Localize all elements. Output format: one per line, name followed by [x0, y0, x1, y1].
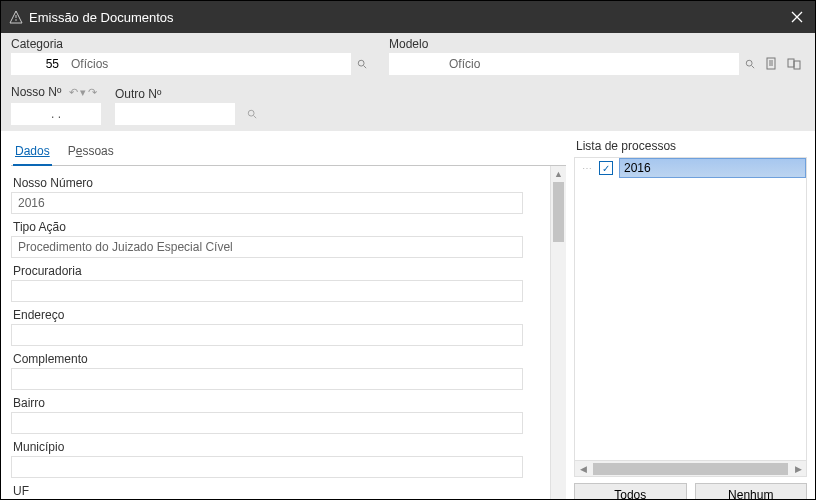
- modelo-code-input[interactable]: [389, 53, 443, 75]
- svg-rect-6: [794, 61, 800, 69]
- list-hscroll[interactable]: ◀ ▶: [575, 460, 806, 476]
- complemento-label: Complemento: [13, 352, 548, 366]
- bairro-label: Bairro: [13, 396, 548, 410]
- modelo-search-button[interactable]: [739, 53, 761, 75]
- modelo-label: Modelo: [389, 37, 805, 51]
- tipo-acao-label: Tipo Ação: [13, 220, 548, 234]
- svg-point-7: [248, 110, 254, 116]
- nosso-numero-field[interactable]: [11, 192, 523, 214]
- svg-point-0: [15, 19, 17, 21]
- hscroll-thumb[interactable]: [593, 463, 788, 475]
- nosso-input[interactable]: [11, 103, 101, 125]
- categoria-label: Categoria: [11, 37, 373, 51]
- endereco-label: Endereço: [13, 308, 548, 322]
- svg-point-3: [746, 60, 752, 66]
- categoria-search-button[interactable]: [351, 53, 373, 75]
- tree-connector-icon: ⋯: [575, 163, 599, 174]
- nosso-label: Nosso Nº: [11, 85, 61, 99]
- modelo-document-icon[interactable]: [761, 53, 783, 75]
- scroll-right-icon[interactable]: ▶: [790, 464, 806, 474]
- municipio-field[interactable]: [11, 456, 523, 478]
- bairro-field[interactable]: [11, 412, 523, 434]
- outro-search-button[interactable]: [241, 103, 263, 125]
- list-item-label: 2016: [619, 158, 806, 178]
- form-scrollbar[interactable]: ▲ ▼: [550, 166, 566, 500]
- window-title: Emissão de Documentos: [29, 10, 787, 25]
- modelo-name-input[interactable]: [443, 53, 739, 75]
- procuradoria-label: Procuradoria: [13, 264, 548, 278]
- dropdown-icon[interactable]: ▾: [80, 86, 86, 99]
- nenhum-button[interactable]: Nenhum: [695, 483, 808, 500]
- process-list: ⋯ 2016 ◀ ▶: [574, 157, 807, 477]
- uf-label: UF: [13, 484, 548, 498]
- tab-pessoas[interactable]: Pessoas: [66, 140, 116, 166]
- process-list-header: Lista de processos: [576, 139, 807, 153]
- outro-input[interactable]: [115, 103, 235, 125]
- undo-icon[interactable]: ↶: [69, 86, 78, 99]
- svg-point-2: [358, 60, 364, 66]
- nosso-numero-label: Nosso Número: [13, 176, 548, 190]
- svg-rect-5: [788, 59, 794, 67]
- close-icon[interactable]: [787, 11, 807, 23]
- todos-button[interactable]: Todos: [574, 483, 687, 500]
- redo-icon[interactable]: ↷: [88, 86, 97, 99]
- filter-bar: Categoria Modelo: [1, 33, 815, 131]
- scroll-up-icon[interactable]: ▲: [551, 166, 566, 182]
- endereco-field[interactable]: [11, 324, 523, 346]
- procuradoria-field[interactable]: [11, 280, 523, 302]
- categoria-name-input[interactable]: [65, 53, 351, 75]
- outro-label: Outro Nº: [115, 87, 235, 101]
- complemento-field[interactable]: [11, 368, 523, 390]
- scroll-left-icon[interactable]: ◀: [575, 464, 591, 474]
- title-bar: Emissão de Documentos: [1, 1, 815, 33]
- scroll-thumb[interactable]: [553, 182, 564, 242]
- categoria-code-input[interactable]: [11, 53, 65, 75]
- form-area: Nosso Número Tipo Ação Procuradoria Ende…: [11, 166, 550, 500]
- municipio-label: Município: [13, 440, 548, 454]
- modelo-action-icon[interactable]: [783, 53, 805, 75]
- svg-rect-1: [16, 15, 17, 18]
- list-item-checkbox[interactable]: [599, 161, 613, 175]
- tipo-acao-field[interactable]: [11, 236, 523, 258]
- tab-bar: Dados Pessoas: [11, 139, 566, 166]
- app-icon: [9, 10, 23, 24]
- nav-icons: ↶ ▾ ↷: [67, 81, 99, 103]
- tab-dados[interactable]: Dados: [13, 140, 52, 166]
- list-item[interactable]: ⋯ 2016: [575, 158, 806, 178]
